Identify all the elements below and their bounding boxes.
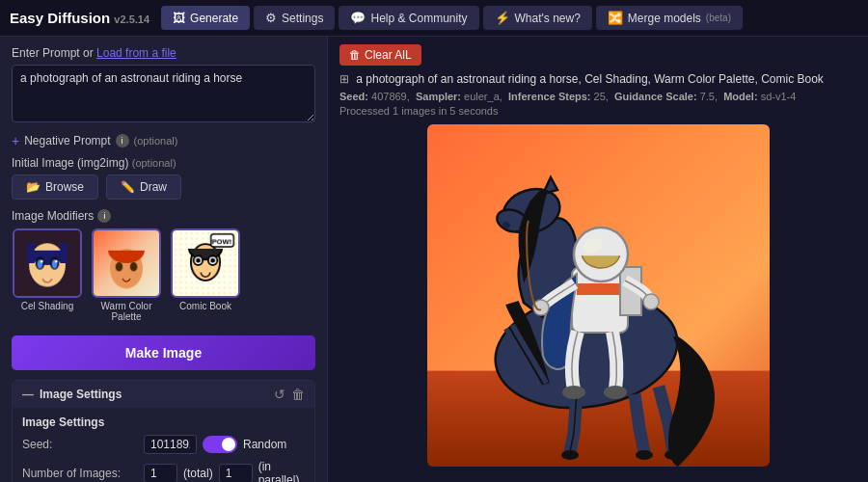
browse-button[interactable]: 📂 Browse — [12, 174, 98, 200]
topnav: Easy Diffusion v2.5.14 🖼 Generate ⚙ Sett… — [0, 0, 868, 37]
delete-icon[interactable]: 🗑 — [291, 387, 305, 402]
num-images-label: Number of Images: — [22, 467, 138, 480]
seed-row: Seed: Random — [22, 435, 305, 454]
generate-button[interactable]: 🖼 Generate — [161, 6, 250, 30]
random-toggle[interactable] — [203, 436, 237, 453]
modifiers-info-icon[interactable]: i — [97, 209, 111, 223]
reset-icon[interactable]: ↺ — [274, 387, 285, 402]
main-layout: Enter Prompt or Load from a file a photo… — [0, 37, 868, 482]
right-panel: 🗑 Clear AlL ⊞ a photograph of an astrona… — [328, 37, 868, 482]
modifier-cel-shading[interactable]: Cel Shading — [12, 228, 83, 322]
plus-icon: + — [12, 133, 19, 148]
output-image — [427, 124, 770, 467]
seed-label: Seed: — [22, 438, 138, 451]
clear-all-button[interactable]: 🗑 Clear AlL — [339, 44, 421, 66]
neg-prompt-toggle[interactable]: + Negative Prompt i (optional) — [12, 133, 315, 148]
merge-models-button[interactable]: 🔀 Merge models (beta) — [596, 6, 743, 30]
neg-prompt-info-icon[interactable]: i — [116, 134, 129, 147]
modifiers-row: Cel Shading Warm Color Palette Comic Boo… — [12, 228, 315, 322]
prompt-input[interactable]: a photograph of an astronaut riding a ho… — [12, 65, 315, 122]
modifier-img-warm-color — [92, 228, 161, 298]
left-panel: Enter Prompt or Load from a file a photo… — [0, 37, 328, 482]
help-community-button[interactable]: 💬 Help & Community — [339, 6, 478, 30]
modifier-label-comic-book: Comic Book — [179, 301, 231, 311]
folder-icon: 📂 — [26, 180, 41, 194]
app-logo: Easy Diffusion v2.5.14 — [10, 10, 149, 26]
parallel-input[interactable] — [219, 464, 253, 482]
load-from-file-link[interactable]: Load from a file — [96, 46, 176, 60]
help-icon: 💬 — [350, 11, 366, 25]
whats-new-button[interactable]: ⚡ What's new? — [483, 6, 592, 30]
output-prompt: ⊞ a photograph of an astronaut riding a … — [339, 71, 856, 88]
collapse-icon: — — [22, 388, 34, 401]
num-images-row: Number of Images: (total) (in parallel) — [22, 460, 305, 482]
modifier-comic-book[interactable]: Comic Book — [170, 228, 241, 322]
settings-title: Image Settings — [22, 415, 305, 429]
modifier-warm-color[interactable]: Warm Color Palette — [91, 228, 162, 322]
settings-button[interactable]: ⚙ Settings — [254, 6, 335, 30]
random-label: Random — [243, 438, 286, 451]
output-top: 🗑 Clear AlL — [339, 44, 856, 66]
app-version: v2.5.14 — [114, 13, 149, 25]
settings-header-right: ↺ 🗑 — [274, 387, 305, 402]
trash-icon: 🗑 — [349, 48, 361, 62]
settings-header[interactable]: — Image Settings ↺ 🗑 — [13, 381, 314, 408]
modifier-label-cel-shading: Cel Shading — [21, 301, 73, 311]
seed-input[interactable] — [144, 435, 197, 454]
generate-icon: 🖼 — [173, 11, 185, 25]
output-time: Processed 1 images in 5 seconds — [339, 105, 856, 117]
parallel-label: (in parallel) — [258, 460, 305, 482]
lightning-icon: ⚡ — [495, 11, 510, 25]
num-images-input[interactable] — [144, 464, 177, 482]
grid-icon: ⊞ — [339, 72, 349, 86]
output-meta: Seed: 407869, Sampler: euler_a, Inferenc… — [339, 91, 856, 102]
init-image-btns: 📂 Browse ✏️ Draw — [12, 174, 315, 200]
settings-icon: ⚙ — [265, 11, 277, 25]
total-label: (total) — [183, 467, 213, 480]
draw-button[interactable]: ✏️ Draw — [106, 174, 181, 200]
make-image-button[interactable]: Make Image — [12, 335, 315, 370]
init-image-label: Initial Image (img2img) (optional) — [12, 156, 315, 170]
settings-header-left: — Image Settings — [22, 388, 122, 401]
pencil-icon: ✏️ — [121, 180, 135, 194]
image-settings-section: — Image Settings ↺ 🗑 Image Settings Seed… — [12, 380, 315, 482]
prompt-label: Enter Prompt or Load from a file — [12, 46, 315, 60]
modifier-img-cel-shading — [13, 228, 82, 298]
settings-body: Image Settings Seed: Random Number of Im… — [13, 408, 314, 482]
modifiers-label: Image Modifiers i — [12, 209, 315, 223]
output-image-container — [339, 124, 856, 474]
modifier-label-warm-color: Warm Color Palette — [91, 301, 162, 322]
merge-icon: 🔀 — [608, 11, 623, 25]
modifier-img-comic-book — [171, 228, 240, 298]
